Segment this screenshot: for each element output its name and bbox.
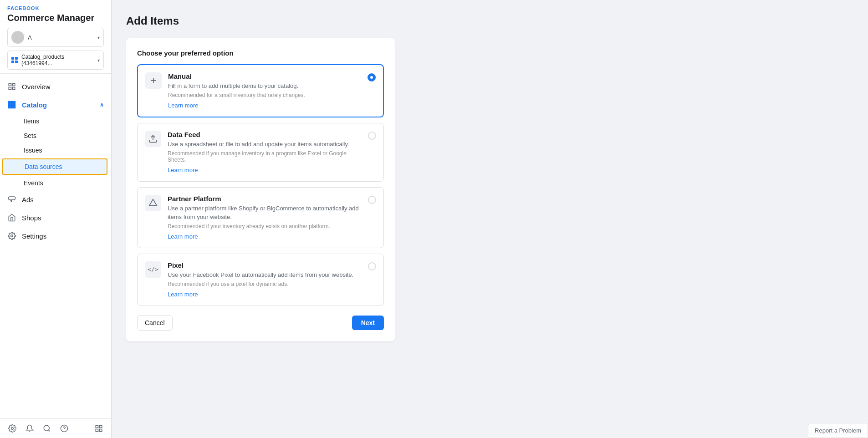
app-title: Commerce Manager [7, 13, 104, 23]
settings-label: Settings [22, 232, 46, 240]
data-sources-label: Data sources [25, 163, 62, 170]
nav-section: Overview Catalog ∧ Items Sets Issues [0, 74, 111, 418]
sidebar-item-ads[interactable]: Ads [0, 190, 111, 209]
next-button[interactable]: Next [352, 316, 384, 330]
svg-rect-6 [9, 105, 12, 108]
svg-rect-14 [96, 425, 98, 428]
add-items-card: Choose your preferred option + Manual Fi… [126, 38, 395, 341]
svg-rect-16 [96, 429, 98, 432]
svg-point-9 [11, 428, 14, 430]
svg-line-11 [48, 430, 50, 431]
manual-radio[interactable] [368, 73, 376, 81]
facebook-brand-label: FACEBOOK [7, 5, 104, 11]
sets-label: Sets [24, 132, 36, 139]
svg-point-10 [44, 425, 49, 431]
partner-platform-desc: Use a partner platform like Shopify or B… [168, 204, 362, 221]
partner-platform-content: Partner Platform Use a partner platform … [168, 195, 362, 240]
data-feed-desc: Use a spreadsheet or file to add and upd… [168, 140, 362, 148]
catalog-expand-icon: ∧ [100, 102, 104, 108]
pixel-icon: </> [145, 261, 161, 278]
catalog-selector[interactable]: Catalog_products (43461994... ▾ [7, 51, 104, 70]
submenu-item-events[interactable]: Events [0, 176, 111, 190]
data-feed-icon [145, 131, 161, 147]
svg-rect-7 [12, 105, 15, 108]
notifications-icon[interactable] [25, 423, 35, 433]
page-title: Add Items [126, 15, 853, 27]
catalog-label: Catalog [22, 101, 47, 109]
svg-marker-19 [149, 199, 157, 206]
svg-point-8 [11, 235, 13, 237]
partner-platform-title: Partner Platform [168, 195, 362, 203]
pixel-title: Pixel [168, 261, 362, 269]
catalog-chevron-icon: ▾ [97, 58, 100, 63]
chevron-down-icon: ▾ [97, 35, 100, 40]
sidebar: FACEBOOK Commerce Manager A ▾ Catalog_pr… [0, 0, 112, 438]
cancel-button[interactable]: Cancel [137, 315, 173, 331]
data-feed-recommendation: Recommended if you manage inventory in a… [168, 150, 362, 163]
main-content: Add Items Choose your preferred option +… [112, 0, 868, 438]
option-partner-platform[interactable]: Partner Platform Use a partner platform … [137, 187, 384, 248]
svg-rect-15 [100, 425, 102, 428]
manual-content: Manual Fill in a form to add multiple it… [168, 72, 361, 109]
items-label: Items [24, 117, 39, 125]
submenu-item-sets[interactable]: Sets [0, 128, 111, 143]
manual-icon: + [145, 72, 162, 89]
svg-rect-4 [9, 102, 12, 105]
issues-label: Issues [24, 147, 42, 154]
account-selector[interactable]: A ▾ [7, 28, 104, 47]
option-data-feed[interactable]: Data Feed Use a spreadsheet or file to a… [137, 123, 384, 182]
grid-bottom-icon[interactable] [94, 423, 104, 433]
svg-rect-2 [9, 87, 11, 90]
catalog-name: Catalog_products (43461994... [21, 54, 94, 66]
sidebar-top: FACEBOOK Commerce Manager A ▾ Catalog_pr… [0, 0, 111, 74]
pixel-learn-more[interactable]: Learn more [168, 291, 198, 298]
data-feed-content: Data Feed Use a spreadsheet or file to a… [168, 131, 362, 174]
search-icon[interactable] [42, 423, 52, 433]
partner-platform-learn-more[interactable]: Learn more [168, 233, 198, 240]
shops-label: Shops [22, 214, 41, 222]
sidebar-item-overview[interactable]: Overview [0, 77, 111, 96]
events-label: Events [24, 179, 43, 187]
data-sources-wrapper: Data sources [0, 158, 111, 175]
partner-platform-icon [145, 195, 161, 211]
pixel-recommendation: Recommended if you use a pixel for dynam… [168, 281, 362, 287]
account-name: A [28, 34, 94, 41]
pixel-desc: Use your Facebook Pixel to automatically… [168, 271, 362, 279]
pixel-radio[interactable] [368, 262, 376, 270]
partner-platform-recommendation: Recommended if your inventory already ex… [168, 223, 362, 229]
option-manual[interactable]: + Manual Fill in a form to add multiple … [137, 64, 384, 117]
submenu-item-data-sources[interactable]: Data sources [2, 158, 107, 175]
option-pixel[interactable]: </> Pixel Use your Facebook Pixel to aut… [137, 254, 384, 306]
data-feed-radio[interactable] [368, 132, 376, 140]
report-problem-link[interactable]: Report a Problem [808, 423, 868, 438]
data-feed-title: Data Feed [168, 131, 362, 138]
sidebar-item-catalog[interactable]: Catalog ∧ [0, 96, 111, 114]
catalog-grid-icon [11, 57, 18, 63]
ads-label: Ads [22, 196, 34, 204]
svg-rect-3 [13, 87, 15, 90]
overview-label: Overview [22, 83, 51, 91]
manual-learn-more[interactable]: Learn more [168, 102, 198, 109]
pixel-content: Pixel Use your Facebook Pixel to automat… [168, 261, 362, 298]
sidebar-bottom [0, 418, 111, 438]
avatar [11, 31, 24, 44]
manual-title: Manual [168, 72, 361, 80]
card-actions: Cancel Next [137, 315, 384, 331]
svg-rect-5 [12, 102, 15, 105]
partner-platform-radio[interactable] [368, 196, 376, 204]
submenu-item-items[interactable]: Items [0, 114, 111, 128]
submenu-item-issues[interactable]: Issues [0, 143, 111, 158]
catalog-icon [7, 100, 16, 109]
sidebar-item-shops[interactable]: Shops [0, 209, 111, 227]
ads-icon [7, 195, 16, 204]
manual-desc: Fill in a form to add multiple items to … [168, 82, 361, 90]
help-icon[interactable] [59, 423, 69, 433]
data-feed-learn-more[interactable]: Learn more [168, 167, 198, 173]
sidebar-item-settings[interactable]: Settings [0, 227, 111, 245]
svg-rect-1 [13, 83, 15, 86]
shops-icon [7, 213, 16, 222]
manual-recommendation: Recommended for a small inventory that r… [168, 92, 361, 98]
catalog-submenu: Items Sets Issues Data sources Eve [0, 114, 111, 190]
settings-bottom-icon[interactable] [7, 423, 17, 433]
card-subtitle: Choose your preferred option [137, 49, 384, 57]
